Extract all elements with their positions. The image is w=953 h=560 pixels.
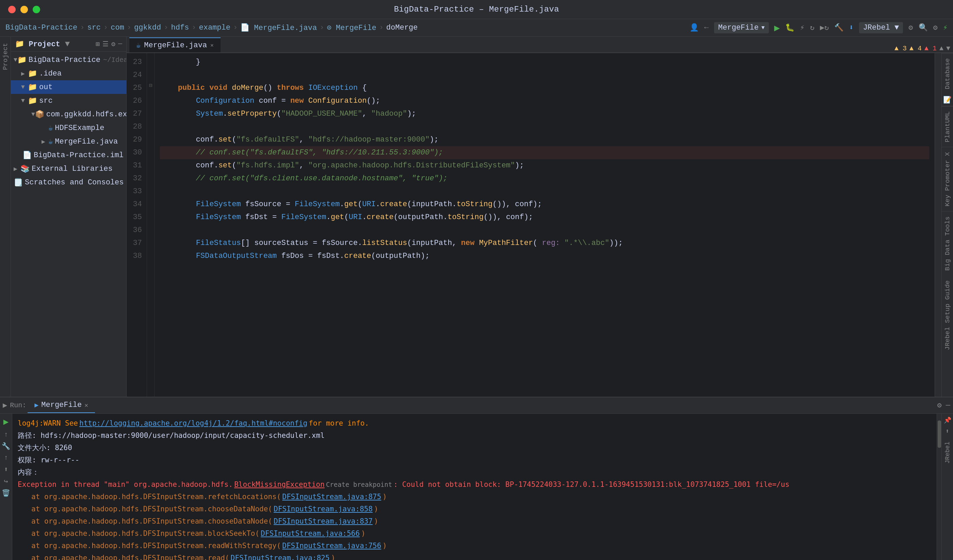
run-filter[interactable]: ⬆ — [4, 465, 8, 473]
log-link-1[interactable]: http://logging.apache.org/log4j/1.2/faq.… — [79, 417, 307, 429]
run-config-selector[interactable]: MergeFile ▼ — [714, 22, 768, 33]
sidebar-action-2[interactable]: ☰ — [102, 40, 109, 48]
right-quick-notes[interactable]: 📝 — [942, 94, 953, 106]
tree-idea[interactable]: ▶ 📁 .idea — [11, 67, 126, 80]
tree-idea-label: .idea — [39, 70, 62, 78]
right-tab-plantuml[interactable]: PlantUML — [942, 106, 953, 147]
left-tools-strip: Project — [0, 37, 11, 397]
log-content-label: 内容： — [18, 466, 39, 478]
breadcrumb-domerge[interactable]: doMerge — [386, 23, 418, 32]
tab-mergefile[interactable]: ☕ MergeFile.java ✕ — [129, 37, 220, 53]
run-wrap[interactable]: ↪ — [4, 477, 8, 486]
breadcrumb-mergefile-class[interactable]: ⊙ MergeFile — [327, 23, 376, 32]
right-tab-jrebel[interactable]: JRebel Setup Guide — [942, 276, 953, 355]
breadcrumb-example[interactable]: example — [199, 23, 230, 32]
toolbar-icon-7[interactable]: ⬇ — [849, 23, 853, 32]
run-settings[interactable]: ⚙ — [937, 401, 942, 410]
log-exception-link[interactable]: BlockMissingException — [234, 478, 325, 490]
tree-mergefile[interactable]: ▶ ☕ MergeFile.java — [11, 135, 126, 148]
code-area: 23 24 25 26 27 28 29 ● 30 31 32 33 34 35 — [127, 53, 953, 397]
run-minimize[interactable]: — — [946, 401, 950, 410]
tree-ext-libs[interactable]: ▶ 📚 External Libraries — [11, 162, 126, 175]
project-sidebar: 📁 Project ▼ ⊞ ☰ ⚙ — ▼ 📁 BigData-Practice… — [11, 37, 127, 397]
sidebar-action-3[interactable]: ⚙ — [111, 40, 115, 48]
log-stack-5: at org.apache.hadoop.hdfs.DFSInputStream… — [18, 540, 931, 552]
log-stack-link-1[interactable]: DFSInputStream.java:875 — [282, 490, 381, 503]
sidebar-action-1[interactable]: ⊞ — [96, 40, 100, 48]
fold-25[interactable]: ⊟ — [147, 79, 154, 92]
run-button[interactable]: ▶ — [775, 22, 780, 34]
editor-action-1[interactable]: ▲ — [939, 45, 944, 53]
tab-close[interactable]: ✕ — [210, 42, 214, 49]
breadcrumb-hdfs[interactable]: hdfs — [171, 23, 189, 32]
editor-scrollbar[interactable] — [934, 53, 941, 397]
toolbar-icon-5[interactable]: ▶↻ — [820, 23, 829, 32]
tree-package-label: com.ggkkdd.hdfs.example — [46, 110, 126, 119]
breadcrumb-com[interactable]: com — [110, 23, 124, 32]
bottom-right-icon-1[interactable]: 📌 — [944, 416, 951, 424]
jrebel-side-btn[interactable]: JRebel — [943, 438, 952, 467]
run-scroll-up[interactable]: ↑ — [4, 454, 8, 462]
nav-icon-2[interactable]: ← — [704, 23, 709, 32]
nav-icon-1[interactable]: 👤 — [689, 23, 699, 32]
log-stack-link-2[interactable]: DFSInputStream.java:858 — [274, 503, 373, 515]
tree-src-label: src — [39, 97, 53, 105]
log-stack-link-4[interactable]: DFSInputStream.java:566 — [261, 527, 360, 540]
sidebar-action-4[interactable]: — — [118, 40, 122, 48]
editor-action-2[interactable]: ▼ — [946, 45, 950, 53]
toolbar-icon-4[interactable]: ↻ — [810, 23, 815, 32]
toolbar-icon-3[interactable]: ⚡ — [800, 23, 804, 32]
tree-root[interactable]: ▼ 📁 BigData-Practice ~/IdeaProjects/BigD… — [11, 53, 126, 67]
run-scrollbar[interactable] — [937, 414, 941, 560]
right-tab-key-promoter[interactable]: Key Promoter X — [942, 147, 953, 211]
right-tab-database[interactable]: Database — [942, 53, 953, 94]
jrebel-icon[interactable]: ⚡ — [943, 23, 948, 32]
log-stack-link-3[interactable]: DFSInputStream.java:837 — [274, 515, 373, 527]
jrebel-selector[interactable]: JRebel ▼ — [859, 22, 903, 33]
breadcrumb-mergefile-java[interactable]: 📄 MergeFile.java — [240, 23, 317, 32]
tree-mergefile-label: MergeFile.java — [55, 138, 118, 146]
run-rerun-btn[interactable]: ↑ — [4, 431, 8, 439]
breadcrumb-src[interactable]: src — [87, 23, 101, 32]
run-play-btn[interactable]: ▶ — [3, 416, 9, 427]
warning-badge-1: ▲ 3 — [894, 45, 907, 53]
log-stack-link-5[interactable]: DFSInputStream.java:756 — [282, 540, 381, 552]
log-perms: 权限: rw-r--r-- — [18, 454, 79, 466]
bottom-tab-run[interactable]: ▶ MergeFile ✕ — [28, 398, 95, 413]
maximize-button[interactable] — [33, 6, 40, 13]
tree-scratches[interactable]: 🗒️ Scratches and Consoles — [11, 175, 126, 189]
breadcrumb-project[interactable]: BigData-Practice — [5, 23, 77, 32]
run-tab-close[interactable]: ✕ — [84, 402, 88, 409]
tree-src[interactable]: ▼ 📁 src — [11, 94, 126, 107]
breadcrumb-ggkkdd[interactable]: ggkkdd — [134, 23, 161, 32]
code-content[interactable]: } public void doMerge() throws IOExcepti… — [155, 53, 934, 397]
close-button[interactable] — [8, 6, 16, 13]
debug-button[interactable]: 🐛 — [785, 23, 795, 32]
toolbar-icon-6[interactable]: 🔨 — [834, 23, 843, 32]
run-clear[interactable]: 🗑️ — [2, 489, 10, 497]
bottom-right-icon-2[interactable]: ⬆ — [945, 427, 949, 435]
run-settings2[interactable]: 🔧 — [2, 442, 10, 450]
code-line-28 — [160, 121, 929, 133]
ln-26: 26 — [127, 95, 142, 107]
create-breakpoint[interactable]: Create breakpoint — [326, 478, 392, 490]
tree-out[interactable]: ▼ 📁 out — [11, 80, 126, 94]
right-tab-bigdata[interactable]: Big Data Tools — [942, 211, 953, 276]
search-button[interactable]: 🔍 — [919, 23, 928, 32]
sidebar-dropdown[interactable]: ▼ — [65, 39, 70, 49]
settings-button[interactable]: ⚙ — [933, 23, 938, 32]
bottom-tab-bar: ▶ Run: ▶ MergeFile ✕ ⚙ — — [0, 397, 953, 414]
log-stack-link-6[interactable]: DFSInputStream.java:825 — [231, 552, 330, 560]
code-line-32: // conf.set("dfs.client.use.datanode.hos… — [160, 172, 929, 185]
project-tool-btn[interactable]: Project — [0, 39, 11, 73]
code-line-30: // conf.set("fs.defaultFS", "hdfs://10.2… — [160, 146, 929, 159]
tree-iml[interactable]: 📄 BigData-Practice.iml — [11, 148, 126, 162]
window-controls — [8, 6, 40, 13]
scrollbar-thumb[interactable] — [938, 420, 941, 448]
tree-hdfs-example[interactable]: ☕ HDFSExample — [11, 121, 126, 135]
minimize-button[interactable] — [20, 6, 28, 13]
log-stack-text-1: at org.apache.hadoop.hdfs.DFSInputStream… — [31, 490, 281, 503]
tree-package[interactable]: ▼ 📦 com.ggkkdd.hdfs.example — [11, 107, 126, 121]
toolbar-icon-8[interactable]: ⚙ — [908, 23, 913, 32]
bottom-right-tools: 📌 ⬆ JRebel — [941, 414, 953, 560]
